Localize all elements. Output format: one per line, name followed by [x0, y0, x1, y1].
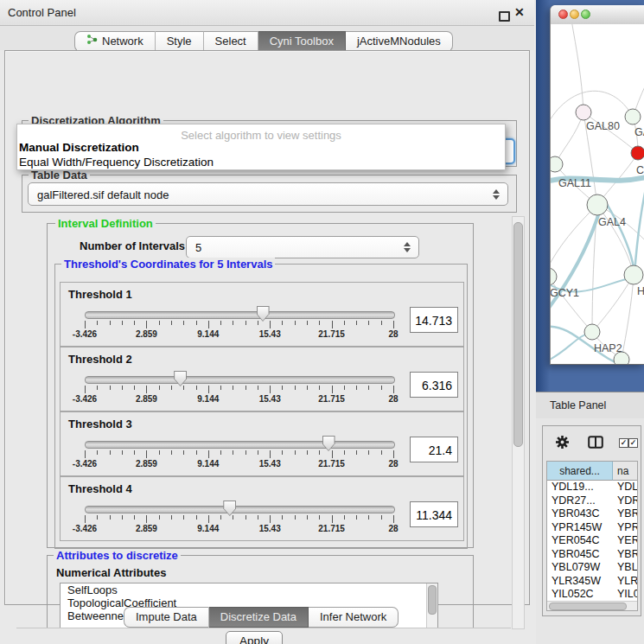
algorithm-option[interactable]: Equal Width/Frequency Discretization	[19, 156, 214, 169]
tick-mark	[183, 450, 184, 455]
network-node[interactable]	[624, 265, 643, 284]
list-scrollbar[interactable]	[426, 583, 437, 628]
algorithm-option[interactable]: Manual Discretization	[19, 141, 139, 154]
table-row[interactable]: YER054CYER0	[547, 534, 638, 548]
panel-scrollbar[interactable]	[512, 216, 525, 629]
tick-mark	[307, 321, 308, 325]
network-window-titlebar[interactable]	[551, 5, 644, 25]
table-row[interactable]: YLR345WYLR3	[547, 575, 638, 589]
table-column-header[interactable]: na	[613, 462, 638, 481]
float-window-icon[interactable]	[499, 11, 510, 22]
tick-mark	[183, 321, 184, 325]
tick-mark	[356, 321, 357, 325]
checkbox-icon[interactable]: ✓	[628, 438, 638, 448]
horizontal-scrollbar-thumb[interactable]	[549, 603, 627, 610]
table-panel-area: ✓ ✓ shared...na YDL19...YDL1YDR27...YDR2…	[536, 418, 644, 644]
table-data-label: Table Data	[29, 169, 90, 182]
split-columns-icon[interactable]	[588, 436, 603, 449]
tab-infer-network[interactable]: Infer Network	[309, 607, 399, 628]
slider-thumb[interactable]	[174, 371, 187, 386]
tick-mark	[344, 386, 345, 390]
tick-mark	[97, 450, 98, 455]
table-cell[interactable]: YPR1	[617, 521, 638, 535]
gear-icon[interactable]	[555, 435, 570, 450]
network-window[interactable]: GAL80GACGAL11GAL4GCY1HHAP2	[550, 5, 644, 365]
table-cell[interactable]: YPR145W	[552, 521, 602, 535]
node-table[interactable]: shared...na YDL19...YDL1YDR27...YDR2YBR0…	[546, 461, 638, 611]
table-row[interactable]: YDL19...YDL1	[547, 481, 638, 494]
table-cell[interactable]: YLR345W	[552, 575, 601, 589]
table-cell[interactable]: YDL19...	[552, 481, 594, 494]
table-cell[interactable]: YDL1	[617, 481, 638, 494]
tab-select[interactable]: Select	[204, 31, 258, 52]
horizontal-scrollbar[interactable]	[547, 601, 637, 610]
minimize-traffic-icon[interactable]	[570, 10, 579, 19]
slider-track[interactable]	[85, 311, 395, 319]
table-cell[interactable]: YDR27...	[552, 494, 596, 508]
slider-thumb[interactable]	[223, 501, 236, 516]
tab-network[interactable]: Network	[74, 31, 156, 52]
network-node[interactable]	[625, 109, 641, 124]
network-node[interactable]	[587, 194, 608, 215]
num-intervals-combobox[interactable]: 5	[186, 236, 419, 258]
zoom-traffic-icon[interactable]	[581, 10, 590, 19]
tick-mark	[258, 515, 258, 520]
network-node[interactable]	[576, 105, 591, 120]
table-cell[interactable]: YIL052C	[552, 588, 594, 602]
tab-style[interactable]: Style	[156, 31, 204, 52]
threshold-value-field[interactable]: 14.713	[410, 307, 458, 333]
table-row[interactable]: YBL079WYBL0	[547, 561, 638, 575]
table-column-header[interactable]: shared...	[547, 462, 613, 481]
network-node[interactable]	[551, 156, 563, 172]
attribute-list-item[interactable]: SelfLoops	[61, 583, 437, 596]
network-canvas[interactable]: GAL80GACGAL11GAL4GCY1HHAP2	[551, 24, 644, 364]
close-traffic-icon[interactable]	[558, 10, 568, 19]
table-cell[interactable]: YBR045C	[552, 548, 600, 562]
table-cell[interactable]: YLR3	[617, 575, 638, 589]
tick-mark	[196, 450, 197, 455]
panel-scrollbar-thumb[interactable]	[513, 222, 523, 447]
slider-thumb[interactable]	[322, 436, 335, 451]
slider-thumb[interactable]	[257, 306, 270, 322]
close-icon[interactable]: ✕	[514, 5, 525, 19]
tick-label: 2.859	[136, 394, 157, 404]
table-row[interactable]: YBR043CYBR0	[547, 507, 638, 521]
tab-cyni-toolbox[interactable]: Cyni Toolbox	[258, 31, 346, 52]
network-node[interactable]	[631, 146, 644, 160]
slider-track[interactable]	[85, 506, 395, 513]
table-row[interactable]: YIL052CYIL0	[547, 588, 638, 602]
threshold-value-field[interactable]: 11.344	[410, 501, 458, 527]
slider-track[interactable]	[85, 376, 395, 384]
attributes-group-label: Attributes to discretize	[54, 549, 181, 562]
tab-discretize-data[interactable]: Discretize Data	[209, 607, 309, 628]
table-cell[interactable]: YBR0	[617, 507, 638, 521]
table-row[interactable]: YBR045CYBR0	[547, 548, 638, 562]
network-node[interactable]	[584, 324, 600, 340]
tab-label: Impute Data	[136, 608, 197, 627]
tab-jactivemnodules[interactable]: jActiveMNodules	[346, 31, 453, 52]
slider-track[interactable]	[85, 441, 395, 449]
table-cell[interactable]: YBR043C	[552, 507, 600, 521]
apply-button[interactable]: Apply	[226, 631, 283, 644]
checkbox-icon[interactable]: ✓	[619, 438, 628, 448]
table-cell[interactable]: YBL0	[617, 561, 638, 575]
tab-impute-data[interactable]: Impute Data	[124, 607, 209, 628]
table-row[interactable]: YPR145WYPR1	[547, 521, 638, 535]
table-cell[interactable]: YIL0	[617, 588, 638, 602]
table-cell[interactable]: YBL079W	[552, 561, 600, 575]
table-cell[interactable]: YDR2	[617, 494, 638, 508]
table-row[interactable]: YDR27...YDR2	[547, 494, 638, 508]
table-cell[interactable]: YER0	[617, 534, 638, 548]
network-node[interactable]	[551, 268, 557, 285]
table-cell[interactable]: YER054C	[552, 534, 600, 548]
table-data-combobox[interactable]: galFiltered.sif default node	[28, 182, 508, 206]
tick-mark	[368, 321, 369, 325]
table-cell[interactable]: YBR0	[617, 548, 638, 562]
tick-mark	[295, 515, 296, 520]
slider-ticks	[85, 321, 393, 329]
tick-mark	[110, 386, 111, 390]
tick-mark	[344, 321, 345, 325]
threshold-value-field[interactable]: 21.4	[410, 437, 458, 462]
slider-tick-labels: -3.4262.8599.14415.4321.71528	[85, 524, 393, 534]
threshold-value-field[interactable]: 6.316	[410, 372, 458, 398]
